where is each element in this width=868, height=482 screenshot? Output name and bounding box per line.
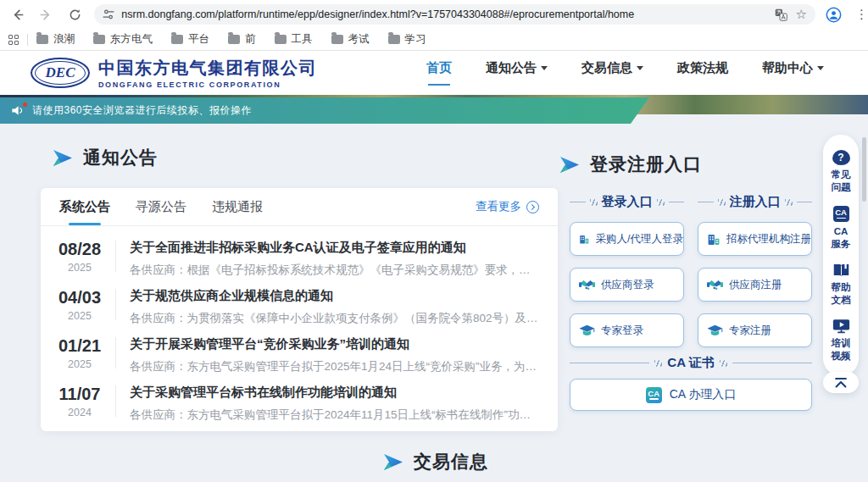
bookmarks-bar: 浪潮 东方电气 平台 前 工具 考试 学习 (0, 29, 868, 51)
trade-section-title: 交易信息 (383, 450, 488, 474)
bookmark-folder[interactable]: 平台 (171, 32, 209, 47)
button-label: CA 办理入口 (670, 387, 737, 402)
speaker-icon (11, 104, 26, 118)
chevron-down-icon (637, 66, 643, 74)
bookmark-label: 浪潮 (53, 32, 75, 47)
nav-trade-info[interactable]: 交易信息 (581, 60, 643, 86)
section-arrow-icon (383, 454, 403, 470)
nav-notices[interactable]: 通知公告 (486, 60, 548, 86)
sidebar-item-label: 常见问题 (830, 169, 852, 194)
sidebar-item-help-docs[interactable]: 帮助文档 (830, 257, 852, 313)
ca-apply-button[interactable]: CA CA 办理入口 (570, 379, 812, 411)
tab-sourcing-notices[interactable]: 寻源公告 (136, 188, 186, 225)
expert-login-button[interactable]: 专家登录 (570, 313, 684, 347)
notice-year: 2025 (53, 310, 107, 322)
folder-icon (275, 35, 287, 44)
nav-policies[interactable]: 政策法规 (677, 60, 728, 86)
divider (115, 385, 116, 417)
notice-title[interactable]: 关于全面推进非招标采购业务CA认证及电子签章应用的通知 (130, 240, 541, 256)
bookmark-label: 平台 (188, 32, 209, 47)
building-icon (707, 232, 721, 247)
browser-toolbar: nsrm.dongfang.com/platform/runtime/epp/d… (0, 0, 868, 29)
quick-sidebar: ? 常见问题 CA CA服务 帮助文档 培训视频 (823, 135, 859, 376)
folder-icon (228, 35, 240, 44)
notice-title[interactable]: 关于采购管理平台标书在线制作功能培训的通知 (130, 385, 541, 401)
button-label: 专家注册 (729, 324, 771, 338)
supplier-login-button[interactable]: 供应商登录 (570, 268, 684, 302)
view-more-link[interactable]: 查看更多 (476, 199, 539, 214)
button-label: 供应商注册 (729, 278, 782, 292)
supplier-register-button[interactable]: 供应商注册 (698, 268, 812, 302)
back-icon[interactable] (7, 3, 29, 25)
chrome-menu-icon[interactable]: ⋮ (855, 7, 868, 22)
divider (115, 241, 116, 272)
folder-icon (93, 35, 105, 44)
login-section-title: 登录注册入口 (559, 152, 702, 176)
forward-icon[interactable] (36, 3, 58, 25)
app-window: nsrm.dongfang.com/platform/runtime/epp/d… (0, 0, 868, 482)
question-bubble-icon: ? (832, 150, 850, 165)
profile-icon[interactable] (826, 7, 842, 23)
section-arrow-icon (559, 157, 580, 173)
translate-icon[interactable] (775, 8, 787, 21)
page-scrollbar[interactable] (862, 137, 866, 202)
folder-icon (331, 35, 343, 44)
button-label: 招标代理机构注册 (726, 232, 811, 247)
url-bar[interactable]: nsrm.dongfang.com/platform/runtime/epp/d… (94, 4, 815, 25)
notice-date: 11/07 (53, 385, 107, 404)
bookmark-folder[interactable]: 前 (228, 32, 256, 47)
bookmark-folder[interactable]: 浪潮 (36, 32, 75, 47)
button-label: 采购人/代理人登录 (596, 232, 683, 247)
bookmark-star-icon[interactable]: ☆ (796, 7, 807, 22)
bookmark-label: 工具 (292, 32, 313, 47)
sidebar-item-ca-service[interactable]: CA CA服务 (830, 200, 852, 257)
folder-icon (36, 35, 48, 44)
notice-row[interactable]: 11/072024 关于采购管理平台标书在线制作功能培训的通知各供应商：东方电气… (41, 377, 558, 425)
ca-badge-icon: CA (833, 206, 849, 222)
notice-section-title: 通知公告 (53, 146, 158, 169)
chevron-down-icon (541, 66, 548, 74)
notice-tabbar: 系统公告 寻源公告 违规通报 查看更多 (41, 188, 558, 226)
apps-grid-icon[interactable] (8, 35, 19, 45)
ca-section-header: CA 证书 (570, 355, 812, 371)
main-nav: 首页 通知公告 交易信息 政策法规 帮助中心 (426, 60, 824, 86)
notice-row[interactable]: 01/212025 关于开展采购管理平台“竞价采购业务”培训的通知各供应商：东方… (41, 329, 558, 377)
collapse-sidebar-button[interactable] (823, 372, 859, 393)
notice-title[interactable]: 关于规范供应商企业规模信息的通知 (130, 288, 541, 304)
bookmark-folder[interactable]: 考试 (331, 32, 370, 47)
nav-help-center[interactable]: 帮助中心 (762, 60, 824, 86)
reload-icon[interactable] (64, 3, 86, 25)
notice-year: 2025 (53, 358, 107, 370)
section-arrow-icon (53, 150, 73, 166)
button-label: 供应商登录 (601, 278, 654, 292)
bookmark-label: 学习 (405, 32, 426, 47)
sidebar-item-training-videos[interactable]: 培训视频 (830, 313, 852, 368)
tab-system-notices[interactable]: 系统公告 (59, 188, 110, 225)
graduation-cap-icon (707, 324, 723, 337)
folder-icon (388, 35, 400, 44)
notice-title[interactable]: 关于开展采购管理平台“竞价采购业务”培训的通知 (130, 336, 541, 352)
entry-button-grid: 采购人/代理人登录 招标代理机构注册 供应商登录 供应商注册 专家登录 专家注册 (570, 222, 812, 347)
company-logo[interactable]: DEC 中国东方电气集团有限公司 DONGFANG ELECTRIC CORPO… (31, 57, 317, 89)
login-column-header: 登录入口 (570, 194, 684, 210)
sidebar-item-label: 培训视频 (830, 337, 852, 363)
button-label: 专家登录 (601, 324, 643, 338)
buyer-agent-login-button[interactable]: 采购人/代理人登录 (570, 222, 684, 256)
notice-row[interactable]: 08/282025 关于全面推进非招标采购业务CA认证及电子签章应用的通知各供应… (41, 232, 558, 280)
sidebar-item-faq[interactable]: ? 常见问题 (830, 144, 852, 200)
notice-row[interactable]: 04/032025 关于规范供应商企业规模信息的通知各供应商：为贯彻落实《保障中… (41, 280, 558, 329)
notice-desc: 各供应商：根据《电子招标投标系统技术规范》《电子采购交易规范》要求，东方电气采购… (130, 263, 541, 278)
expert-register-button[interactable]: 专家注册 (698, 313, 812, 347)
ca-badge-icon: CA (646, 387, 662, 403)
bidding-agency-register-button[interactable]: 招标代理机构注册 (698, 222, 812, 256)
site-settings-icon[interactable] (103, 8, 114, 20)
tab-violation-reports[interactable]: 违规通报 (212, 188, 263, 225)
nav-home[interactable]: 首页 (426, 60, 452, 86)
arrow-right-circle-icon (526, 201, 539, 213)
bookmark-folder[interactable]: 工具 (275, 32, 313, 47)
notice-desc: 各供应商：东方电气采购管理平台拟于2024年11月15日上线“标书在线制作”功能… (130, 407, 541, 423)
notice-date: 01/21 (53, 336, 107, 356)
bookmark-folder[interactable]: 东方电气 (93, 32, 153, 47)
bookmark-folder[interactable]: 学习 (388, 32, 426, 47)
fold-up-icon (833, 377, 849, 388)
